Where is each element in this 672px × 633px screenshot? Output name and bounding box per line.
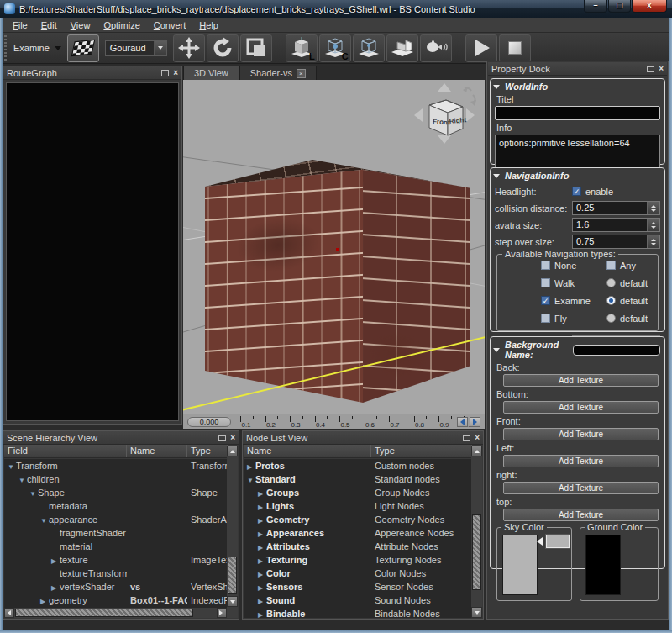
tab-3d-view[interactable]: 3D View (183, 66, 239, 80)
table-row[interactable]: ▼appearanceShaderAppearance (4, 513, 227, 526)
ground-color-gradient[interactable] (585, 535, 621, 595)
shading-combobox[interactable]: Gouraud (105, 40, 167, 56)
rotate-button[interactable] (207, 34, 239, 62)
avatra-size-stepper[interactable]: 1.6 (572, 218, 660, 232)
wire-cube-button[interactable] (353, 34, 385, 62)
table-row[interactable]: ▶ColorColor Nodes (244, 567, 471, 580)
table-row[interactable]: ▼ShapeShape (4, 486, 227, 499)
add-texture-button-top[interactable]: Add Texture (503, 509, 659, 521)
minimize-button[interactable]: – (584, 0, 607, 13)
add-texture-button-back[interactable]: Add Texture (503, 374, 659, 387)
table-row[interactable]: metadata (4, 499, 227, 513)
table-row[interactable]: textureTransform (4, 567, 227, 580)
table-row[interactable]: ▶textureImageTexture (4, 553, 227, 567)
collapse-icon[interactable]: ▼ (29, 490, 38, 498)
walk-default-radio[interactable] (606, 278, 616, 287)
clip-plane-button[interactable] (386, 34, 418, 62)
collapse-icon[interactable]: ▼ (247, 477, 255, 484)
table-row[interactable]: ▼children (4, 472, 227, 486)
examine-default-radio[interactable] (606, 296, 616, 305)
float-panel-icon[interactable] (161, 70, 169, 76)
collapse-icon[interactable] (493, 348, 500, 352)
routegraph-canvas[interactable] (6, 82, 179, 421)
collapse-icon[interactable]: ▼ (40, 517, 49, 525)
float-panel-icon[interactable] (218, 435, 226, 441)
column-header-type[interactable]: Type (371, 445, 472, 457)
table-row[interactable]: ▶BindableBindable Nodes (244, 607, 471, 618)
scroll-up-icon[interactable] (471, 446, 482, 456)
gizmo-right-arrow[interactable] (466, 108, 475, 122)
scene-column-headers[interactable]: FieldNameType (4, 445, 228, 458)
expand-icon[interactable]: ▶ (40, 598, 49, 605)
worldinfo-section-header[interactable]: WorldInfo (495, 82, 660, 92)
expand-icon[interactable]: ▶ (247, 463, 255, 471)
gizmo-left-arrow[interactable] (414, 108, 423, 122)
step-over-size-stepper[interactable]: 0.75 (572, 235, 660, 249)
spinner-buttons[interactable] (647, 202, 659, 214)
maximize-button[interactable]: ▢ (608, 0, 631, 13)
table-row[interactable]: ▶vertexShadervsVertexShader (4, 580, 227, 593)
expand-icon[interactable]: ▶ (51, 557, 60, 565)
expand-icon[interactable]: ▶ (258, 517, 266, 525)
expand-icon[interactable]: ▶ (258, 557, 266, 565)
collapse-icon[interactable] (493, 85, 500, 89)
routegraph-header[interactable]: RouteGraph × (3, 66, 181, 80)
column-header-name[interactable]: Name (244, 445, 371, 457)
close-icon[interactable]: × (173, 69, 178, 77)
scroll-up-icon[interactable] (227, 446, 238, 456)
scroll-down-icon[interactable] (471, 607, 482, 618)
spinner-buttons[interactable] (647, 235, 659, 248)
light-button[interactable]: L (286, 34, 318, 62)
titel-input[interactable] (495, 106, 660, 120)
table-row[interactable]: ▶ProtosCustom nodes (244, 459, 471, 472)
tab-shader-vs[interactable]: Shader-vs× (239, 66, 317, 80)
scroll-left-icon[interactable] (4, 608, 14, 618)
viewport-3d[interactable]: Front Right (183, 80, 485, 414)
column-header-name[interactable]: Name (127, 445, 187, 457)
info-textarea[interactable]: options:primitiveTessellation=64 (495, 135, 660, 168)
collapse-icon[interactable] (493, 174, 500, 178)
sky-color-swatch[interactable] (546, 535, 570, 548)
table-row[interactable]: ▶SoundSound Nodes (244, 593, 471, 607)
animation-timeline[interactable]: 0.000 0.10.20.30.40.50.60.70.80.91.0 (183, 414, 485, 429)
scene-vertical-scrollbar[interactable] (227, 446, 238, 618)
viewpoint-button[interactable]: C (319, 34, 351, 62)
menu-item-view[interactable]: View (64, 19, 97, 31)
expand-icon[interactable]: ▶ (258, 598, 266, 605)
close-icon[interactable]: × (475, 434, 480, 442)
expand-icon[interactable]: ▶ (51, 584, 60, 592)
timeline-value[interactable]: 0.000 (187, 417, 231, 427)
expand-icon[interactable]: ▶ (258, 530, 266, 538)
collision-distance-stepper[interactable]: 0.25 (572, 201, 660, 215)
table-row[interactable]: ▼TransformTransform (4, 459, 227, 472)
chevron-down-icon[interactable] (55, 46, 61, 50)
table-row[interactable]: ▶AppearancesAppereance Nodes (244, 526, 471, 540)
table-row[interactable]: ▶AttributesAttribute Nodes (244, 540, 471, 553)
toolbar-gripper[interactable] (4, 35, 7, 61)
expand-icon[interactable]: ▶ (258, 544, 266, 551)
table-row[interactable]: ▶LightsLight Nodes (244, 499, 471, 513)
expand-icon[interactable]: ▶ (258, 611, 266, 618)
timeline-left-button[interactable] (457, 417, 468, 427)
background-section-header[interactable]: Background Name: (495, 340, 660, 360)
expand-icon[interactable]: ▶ (258, 571, 266, 578)
title-bar[interactable]: B:/features/ShaderStuff/displace_bricks_… (0, 0, 672, 18)
add-texture-button-right[interactable]: Add Texture (503, 482, 659, 494)
scroll-right-icon[interactable] (217, 608, 227, 618)
gizmo-cube[interactable]: Front Right (429, 100, 467, 135)
node-vertical-scrollbar[interactable] (471, 446, 482, 618)
examine-checkbox[interactable]: ✓ (541, 296, 550, 305)
scrollbar-thumb[interactable] (472, 514, 481, 590)
float-panel-icon[interactable] (647, 66, 654, 72)
table-row[interactable]: material (4, 540, 227, 553)
expand-icon[interactable]: ▶ (258, 490, 266, 498)
move-button[interactable] (173, 34, 205, 62)
scale-button[interactable] (240, 34, 272, 62)
headlight-checkbox[interactable]: ✓ (572, 187, 581, 196)
collapse-icon[interactable]: ▼ (18, 477, 27, 484)
property-dock-header[interactable]: Property Dock × (488, 62, 667, 76)
gizmo-up-arrow[interactable] (438, 83, 451, 92)
table-row[interactable]: ▶GeometryGeometry Nodes (244, 513, 471, 526)
timeline-right-button[interactable] (470, 417, 480, 427)
add-texture-button-bottom[interactable]: Add Texture (503, 401, 659, 414)
